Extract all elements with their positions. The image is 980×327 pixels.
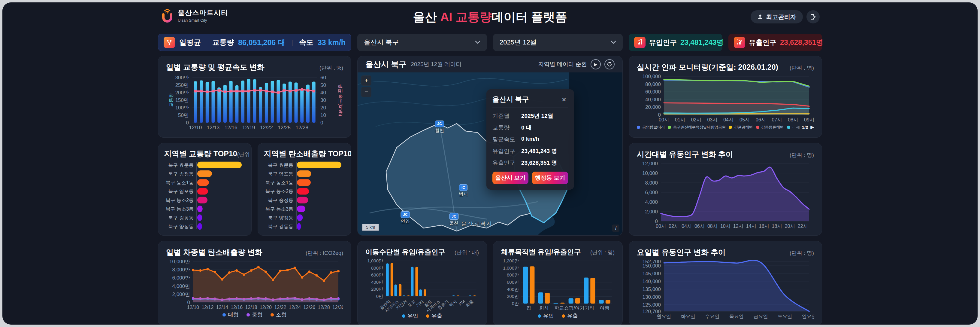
title-prefix: 울산 [413,10,440,24]
panel-unit: (단위 : 대) [455,249,479,256]
svg-text:2,000만: 2,000만 [172,292,190,297]
popup-row-value: 0 대 [521,124,532,132]
legend-dot-icon [787,126,790,129]
popup-row-label: 유출인구 [492,159,521,167]
legend-dot-icon [668,126,671,129]
inflow-kpi: 유입인구 23,481,243명 [629,33,722,51]
info-icon[interactable]: i [612,225,619,232]
svg-text:12/19: 12/19 [242,125,255,131]
svg-text:200만: 200만 [371,286,383,292]
legend-item[interactable]: 장생포고래 [787,125,793,130]
view-district-button[interactable]: 행정동 보기 [532,172,568,184]
svg-text:10,000: 10,000 [642,171,658,176]
map-popup: 울산시 북구 × 기준월2025년 12월교통량0 대평균속도0 km/h유입인… [487,89,574,190]
month-select-value: 2025년 12월 [500,38,537,47]
map-marker-울산[interactable]: JC울산 [449,213,458,226]
admin-user-button[interactable]: 최고관리자 [751,10,803,24]
legend-item[interactable]: 공업탑로터리 [637,125,665,130]
map-canvas[interactable]: + − JC활천IC범서JC언양JC울산 울산광역시 울산시 북구 × 기준월2… [358,72,623,235]
logout-button[interactable] [807,10,820,24]
popup-row-value: 23,628,351 명 [521,159,557,167]
chevron-down-icon [475,41,480,44]
svg-text:12/20: 12/20 [260,305,272,310]
svg-text:600만: 600만 [371,272,383,278]
svg-text:04시: 04시 [723,117,733,122]
svg-text:600만: 600만 [507,279,519,285]
svg-text:택시: 택시 [448,299,458,308]
svg-text:00시: 00시 [659,117,669,122]
popup-row: 유입인구23,481,243 명 [492,147,568,155]
svg-text:01시: 01시 [675,117,685,122]
svg-text:북구 농소1동: 북구 농소1동 [166,180,194,185]
legend-item[interactable]: 유출 [426,312,442,319]
svg-text:12/22: 12/22 [274,305,286,310]
close-icon[interactable]: × [560,96,568,103]
panel-title: 요일별 유동인구 변화 추이 [637,247,726,257]
svg-text:12/25: 12/25 [278,125,291,131]
play-icon[interactable]: ▶ [590,59,601,69]
zoom-in-button[interactable]: + [361,75,371,86]
svg-text:60,000: 60,000 [645,89,661,95]
filter-selects: 울산시 북구 2025년 12월 [357,33,623,51]
refresh-icon[interactable] [605,59,615,69]
realtime-crowd-chart: 020,00040,00060,00080,000100,00000시01시02… [637,74,814,123]
legend-label: 공업탑로터리 [642,125,665,130]
next-page-icon[interactable]: ▶ [810,124,814,130]
hourly-flow-chart: 02,0004,0006,0008,00010,00012,00000시02시0… [637,161,814,230]
popup-row-label: 기준월 [492,112,521,120]
legend-item[interactable]: 동구일산해수욕장및대왕암공원 [668,125,726,130]
legend-item[interactable]: 중형 [247,311,263,318]
panel-daily-traffic-speed: 일별 교통량 및 평균속도 변화(단위 : %) 0050만10100만2015… [158,56,351,138]
svg-text:수요일: 수요일 [705,314,719,319]
panel-traffic-top10: 지역별 교통량 TOP10(단위 : 대) 북구 효문동북구 송정동북구 농소1… [158,143,251,236]
region-select[interactable]: 울산시 북구 [357,33,487,51]
legend-item[interactable]: 유입 [402,312,418,319]
svg-text:12/28: 12/28 [296,125,309,131]
svg-text:4,000: 4,000 [645,199,658,205]
legend-dot-icon [729,126,732,129]
panel-daily-carbon: 일별 차종별 탄소배출량 변화(단위 : tCO2eq) 02,000만4,00… [158,241,351,325]
chevron-down-icon [611,41,616,44]
svg-text:250만: 250만 [175,82,189,88]
svg-text:목요일: 목요일 [729,314,744,319]
svg-text:400만: 400만 [507,287,519,292]
legend-item[interactable]: 대형 [223,311,239,318]
popup-row-value: 0 km/h [521,136,539,144]
logout-icon [810,14,816,20]
legend-item[interactable]: 간절곶해변 [729,125,753,130]
prev-page-icon[interactable]: ◀ [796,124,800,130]
top-header: 울산스마트시티 Ulsan Smart City 울산 AI 교통량데이터 플랫… [2,2,978,31]
top10-row: 지역별 교통량 TOP10(단위 : 대) 북구 효문동북구 송정동북구 농소1… [158,143,351,236]
svg-text:07시: 07시 [772,117,782,122]
month-select[interactable]: 2025년 12월 [493,33,623,51]
legend-label: 강동몽돌해변 [761,125,784,130]
svg-text:12시: 12시 [733,223,743,229]
traffic-value: 86,051,206 대 [238,38,285,48]
legend-item[interactable]: 유출 [562,312,578,319]
svg-text:06시: 06시 [756,117,766,122]
map-marker-범서[interactable]: IC범서 [459,184,468,197]
svg-text:PM: PM [458,299,466,306]
panel-title: 지역별 교통량 TOP10 [164,149,237,159]
legend-item[interactable]: 유입 [538,312,554,319]
panel-unit: (단위 : 명) [790,249,814,257]
legend-dot-icon [270,313,274,316]
legend-label: 장생포고래 [792,125,793,130]
svg-text:400만: 400만 [371,279,383,285]
user-icon [757,14,763,20]
map-marker-활천[interactable]: JC활천 [435,121,444,134]
interchange-badge: JC [435,121,444,127]
svg-text:10시: 10시 [720,223,730,229]
popup-row: 교통량0 대 [492,124,568,132]
svg-text:도보: 도보 [407,299,417,308]
zoom-out-button[interactable]: − [361,87,371,97]
panel-unit: (단위 : %) [320,64,343,72]
svg-text:일요일: 일요일 [802,314,814,319]
svg-text:12/16: 12/16 [224,125,237,131]
legend-item[interactable]: 소형 [270,311,287,318]
view-city-button[interactable]: 울산시 보기 [492,172,528,184]
outflow-value: 23,628,351명 [780,38,823,47]
legend-item[interactable]: 강동몽돌해변 [756,125,784,130]
marker-label: 언양 [401,219,410,224]
map-marker-언양[interactable]: JC언양 [401,211,410,224]
